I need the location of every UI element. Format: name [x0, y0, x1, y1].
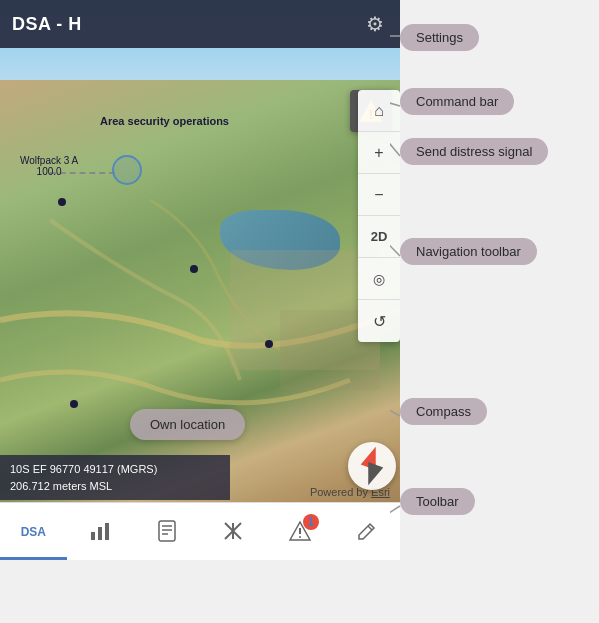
svg-line-17	[368, 526, 372, 530]
chart-icon	[89, 520, 111, 545]
coords-line2: 206.712 meters MSL	[10, 478, 220, 495]
map-container[interactable]: DSA - H ⚙ Area security operations Wolfp…	[0, 0, 400, 560]
app-title: DSA - H	[12, 14, 82, 35]
bottom-toolbar: DSA	[0, 502, 400, 560]
rotate-button[interactable]: ↺	[358, 300, 400, 342]
2d-toggle-button[interactable]: 2D	[358, 216, 400, 258]
svg-point-16	[299, 536, 301, 538]
dot-marker-1	[58, 198, 66, 206]
toolbar-callout: Toolbar	[400, 488, 475, 515]
tab-dsa-label: DSA	[21, 525, 46, 539]
locate-button[interactable]: ◎	[358, 258, 400, 300]
document-icon	[157, 520, 177, 545]
tab-tools[interactable]	[200, 503, 267, 560]
tab-document[interactable]	[133, 503, 200, 560]
zoom-in-button[interactable]: +	[358, 132, 400, 174]
wolfpack-marker	[112, 155, 142, 185]
title-bar: DSA - H ⚙	[0, 0, 400, 48]
tools-icon	[222, 520, 244, 545]
nav-toolbar-callout: Navigation toolbar	[400, 238, 537, 265]
coords-line1: 10S EF 96770 49117 (MGRS)	[10, 461, 220, 478]
callout-lines	[390, 0, 599, 560]
dot-marker-3	[265, 340, 273, 348]
home-button[interactable]: ⌂	[358, 90, 400, 132]
svg-rect-4	[91, 532, 95, 540]
navigation-toolbar: ⌂ + − 2D ◎ ↺	[358, 90, 400, 342]
distress-callout: Send distress signal	[400, 138, 548, 165]
callout-panel: Settings Command bar Send distress signa…	[390, 0, 599, 560]
map-water	[220, 210, 340, 270]
tab-chart[interactable]	[67, 503, 134, 560]
settings-callout: Settings	[400, 24, 479, 51]
zoom-out-button[interactable]: −	[358, 174, 400, 216]
alert-icon: 1	[289, 520, 311, 545]
coordinates-bar: 10S EF 96770 49117 (MGRS) 206.712 meters…	[0, 455, 230, 500]
edit-icon	[356, 520, 378, 545]
dot-marker-4	[70, 400, 78, 408]
settings-button[interactable]: ⚙	[362, 8, 388, 40]
svg-rect-6	[105, 523, 109, 540]
compass-callout: Compass	[400, 398, 487, 425]
svg-rect-7	[159, 521, 175, 541]
svg-rect-5	[98, 527, 102, 540]
alert-badge: 1	[303, 514, 319, 530]
wolfpack-line	[50, 172, 115, 174]
tab-edit[interactable]	[333, 503, 400, 560]
compass[interactable]	[348, 442, 396, 490]
own-location-button[interactable]: Own location	[130, 409, 245, 440]
tab-dsa[interactable]: DSA	[0, 503, 67, 560]
dot-marker-2	[190, 265, 198, 273]
command-bar-callout: Command bar	[400, 88, 514, 115]
tab-alerts[interactable]: 1	[267, 503, 334, 560]
